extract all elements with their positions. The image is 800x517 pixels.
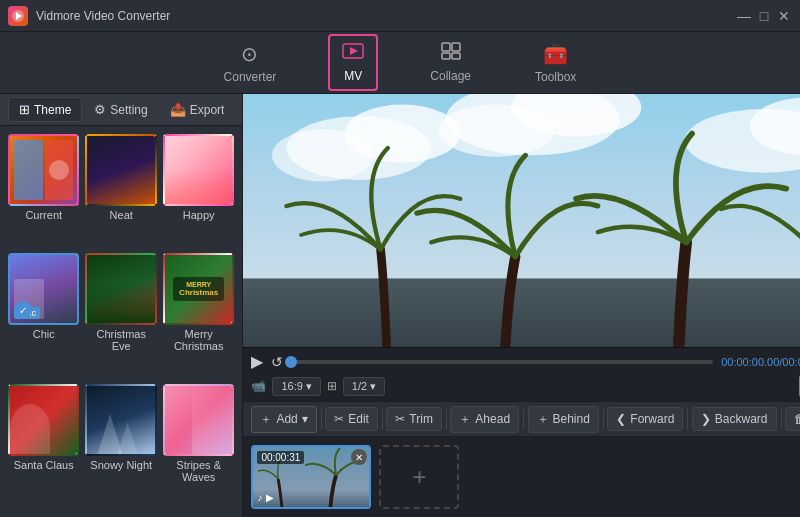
theme-merry-christmas-label: Merry Christmas	[163, 328, 234, 352]
svg-rect-4	[442, 43, 450, 51]
setting-tab-icon: ⚙	[94, 102, 106, 117]
edit-label: Edit	[348, 412, 369, 426]
nav-collage-label: Collage	[430, 69, 471, 83]
svg-rect-5	[452, 43, 460, 51]
timeline-add-button[interactable]: +	[379, 445, 459, 509]
resolution-button[interactable]: 1/2 ▾	[343, 377, 385, 396]
aspect-ratio-label: 16:9	[281, 380, 302, 392]
theme-chic[interactable]: Chic ✓ Chic	[8, 253, 79, 378]
add-button[interactable]: ＋ Add ▾	[251, 406, 316, 433]
video-preview	[243, 94, 800, 347]
theme-snowy-night-label: Snowy Night	[90, 459, 152, 471]
tab-export[interactable]: 📤 Export	[160, 98, 235, 121]
content-area: ⊞ Theme ⚙ Setting 📤 Export	[0, 94, 800, 517]
nav-mv[interactable]: MV	[328, 34, 378, 91]
forward-icon: ❮	[616, 412, 626, 426]
edit-icon: ✂	[334, 412, 344, 426]
nav-mv-label: MV	[344, 69, 362, 83]
theme-neat[interactable]: Neat	[85, 134, 156, 247]
theme-merry-christmas[interactable]: MERRY Christmas Merry Christmas	[163, 253, 234, 378]
progress-dot	[285, 356, 297, 368]
svg-rect-9	[243, 278, 800, 347]
trim-label: Trim	[409, 412, 433, 426]
app-logo	[8, 6, 28, 26]
add-dropdown-icon: ▾	[302, 412, 308, 426]
edit-button[interactable]: ✂ Edit	[325, 407, 378, 431]
tab-theme-label: Theme	[34, 103, 71, 117]
window-controls: — □ ✕	[736, 8, 792, 24]
theme-snowy-night-thumb	[85, 384, 156, 456]
svg-rect-6	[442, 53, 450, 59]
add-icon: ＋	[260, 411, 272, 428]
backward-button[interactable]: ❯ Backward	[692, 407, 777, 431]
trim-button[interactable]: ✂ Trim	[386, 407, 442, 431]
theme-happy[interactable]: Happy	[163, 134, 234, 247]
tab-setting[interactable]: ⚙ Setting	[84, 98, 157, 121]
trim-icon: ✂	[395, 412, 405, 426]
panel-tabs: ⊞ Theme ⚙ Setting 📤 Export	[0, 94, 242, 126]
empty-icon: 🗑	[794, 412, 800, 426]
nav-toolbox-label: Toolbox	[535, 70, 576, 84]
nav-converter[interactable]: ⊙ Converter	[212, 36, 289, 90]
svg-point-15	[439, 105, 555, 157]
collage-icon	[441, 42, 461, 65]
empty-button[interactable]: 🗑 Empty	[785, 407, 800, 431]
theme-chic-label: Chic	[33, 328, 55, 340]
play-button[interactable]: ▶	[251, 352, 263, 371]
theme-santa-claus-thumb	[8, 384, 79, 456]
clip-duration: 00:00:31	[257, 451, 304, 464]
theme-stripes-waves[interactable]: Stripes & Waves	[163, 384, 234, 509]
nav-converter-label: Converter	[224, 70, 277, 84]
controls-row1: ▶ ↺ 00:00:00.00/00:00:31.01 🔊	[251, 352, 800, 371]
ahead-button[interactable]: ＋ Ahead	[450, 406, 519, 433]
theme-christmas-eve[interactable]: Christmas Eve	[85, 253, 156, 378]
controls-row2: 📹 16:9 ▾ ⊞ 1/2 ▾ Export	[251, 375, 800, 397]
export-tab-icon: 📤	[170, 102, 186, 117]
clip-audio-icon: ♪	[257, 492, 262, 503]
app-title: Vidmore Video Converter	[36, 9, 736, 23]
behind-icon: ＋	[537, 411, 549, 428]
toolbox-icon: 🧰	[543, 42, 568, 66]
preview-background	[243, 94, 800, 347]
resolution-icon: ⊞	[327, 379, 337, 393]
theme-current[interactable]: Current	[8, 134, 79, 247]
tab-export-label: Export	[190, 103, 225, 117]
resolution-label: 1/2	[352, 380, 367, 392]
minimize-button[interactable]: —	[736, 8, 752, 24]
svg-rect-7	[452, 53, 460, 59]
tab-setting-label: Setting	[110, 103, 147, 117]
mv-icon	[342, 42, 364, 65]
behind-button[interactable]: ＋ Behind	[528, 406, 599, 433]
bottom-toolbar: ＋ Add ▾ ✂ Edit ✂ Trim ＋ Ahead ＋ Behi	[243, 401, 800, 437]
video-icon: 📹	[251, 379, 266, 393]
theme-snowy-night[interactable]: Snowy Night	[85, 384, 156, 509]
maximize-button[interactable]: □	[756, 8, 772, 24]
tab-theme[interactable]: ⊞ Theme	[8, 97, 82, 122]
theme-merry-christmas-thumb: MERRY Christmas	[163, 253, 234, 325]
progress-bar[interactable]	[291, 360, 713, 364]
timeline: 00:00:31 ✕ ♪ ▶ +	[243, 437, 800, 517]
backward-label: Backward	[715, 412, 768, 426]
theme-happy-thumb	[163, 134, 234, 206]
theme-current-thumb	[8, 134, 79, 206]
ahead-icon: ＋	[459, 411, 471, 428]
theme-christmas-eve-thumb	[85, 253, 156, 325]
theme-santa-claus[interactable]: Santa Claus	[8, 384, 79, 509]
converter-icon: ⊙	[241, 42, 258, 66]
theme-tab-icon: ⊞	[19, 102, 30, 117]
backward-icon: ❯	[701, 412, 711, 426]
replay-button[interactable]: ↺	[271, 354, 283, 370]
svg-point-12	[272, 129, 373, 181]
nav-collage[interactable]: Collage	[418, 36, 483, 89]
forward-label: Forward	[630, 412, 674, 426]
timeline-clip[interactable]: 00:00:31 ✕ ♪ ▶	[251, 445, 371, 509]
close-button[interactable]: ✕	[776, 8, 792, 24]
aspect-ratio-button[interactable]: 16:9 ▾	[272, 377, 320, 396]
theme-chic-thumb: Chic ✓	[8, 253, 79, 325]
aspect-ratio-chevron: ▾	[306, 380, 312, 393]
forward-button[interactable]: ❮ Forward	[607, 407, 683, 431]
theme-stripes-waves-label: Stripes & Waves	[163, 459, 234, 483]
title-bar: Vidmore Video Converter — □ ✕	[0, 0, 800, 32]
resolution-chevron: ▾	[370, 380, 376, 393]
nav-toolbox[interactable]: 🧰 Toolbox	[523, 36, 588, 90]
